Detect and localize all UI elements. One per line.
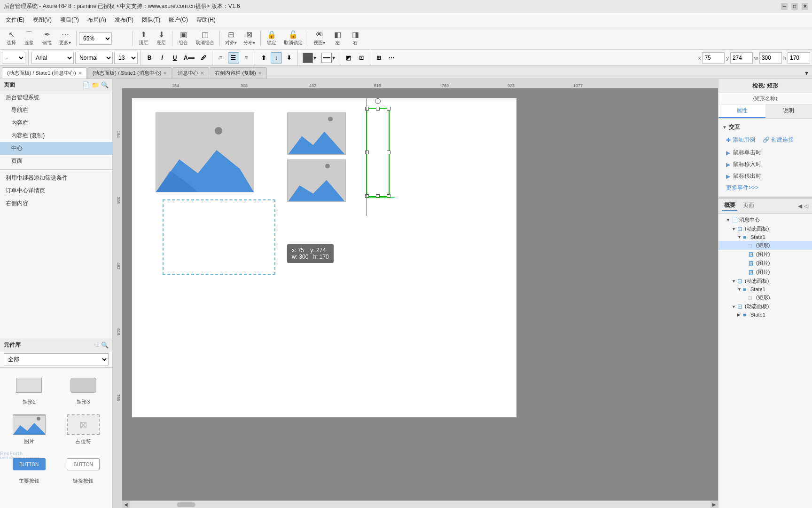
tree-state-1[interactable]: ▼ ■ State1 [718,286,812,293]
page-item-content[interactable]: 内容栏 [0,117,112,129]
menu-layout[interactable]: 布局(A) [84,14,110,26]
component-menu-icon[interactable]: ≡ [95,341,99,349]
tab-3[interactable]: 右侧内容栏 (复制) ✕ [210,67,266,79]
rotate-handle[interactable] [375,98,381,104]
shadow-button[interactable]: ◩ [343,52,354,64]
line-color-button[interactable]: ▾ [320,51,337,64]
connect-tool[interactable]: ⌒ 连接 [21,30,38,48]
component-image[interactable]: 图片 [4,411,55,447]
font-size-dropdown[interactable]: 13 [114,52,138,64]
tree-panel-1[interactable]: ▼ ⊡ (动态面板) [718,277,812,286]
more-events-button[interactable]: 更多事件>>> [722,182,808,194]
page-item-page[interactable]: 页面 [0,155,112,167]
tree-panel-0[interactable]: ▼ ⊡ (动态面板) [718,224,812,233]
tree-rect-1[interactable]: ▶ □ (矩形) [718,293,812,302]
page-item-center[interactable]: 中心 [0,142,112,155]
select-tool[interactable]: ↖ 选择 [3,30,20,48]
menu-help[interactable]: 帮助(H) [193,14,219,26]
overview-tab-page[interactable]: 页面 [741,200,756,211]
dashed-selection-rect[interactable] [163,199,275,275]
page-item-content-copy[interactable]: 内容栏 (复制) [0,129,112,142]
handle-bl[interactable] [365,194,369,198]
page-folder-icon[interactable]: 📁 [92,81,99,88]
tree-arrow-state-0[interactable]: ▼ [737,235,743,239]
right-button[interactable]: ◨ 右 [347,30,364,48]
align-left-button[interactable]: ≡ [215,52,226,64]
corner-button[interactable]: ⊡ [356,52,367,64]
handle-bm[interactable] [376,194,380,198]
tab-0[interactable]: (动态面板) / State1 (消息中心) ✕ [2,67,87,79]
tree-img-0[interactable]: ▶ 🖼 (图片) [718,250,812,259]
component-rect2[interactable]: 矩形2 [4,372,55,407]
tree-state-0[interactable]: ▼ ■ State1 [718,233,812,241]
small-image-2[interactable] [287,159,346,202]
tree-page-root[interactable]: ▼ 📄 消息中心 [718,215,812,224]
arrange-button[interactable]: ⊞ [373,52,384,64]
tab-3-close[interactable]: ✕ [258,71,262,76]
scroll-right-button[interactable]: ▶ [710,501,718,508]
font-color-button[interactable]: A [182,52,196,64]
component-btn-primary[interactable]: BUTTON 主要按钮 RecForth UHD Screen Recorder [4,451,55,486]
handle-tr[interactable] [387,107,390,111]
valign-bot-button[interactable]: ⬇ [283,52,295,64]
overview-collapse-icon[interactable]: ◀ [798,203,802,209]
menu-view[interactable]: 视图(V) [29,14,55,26]
y-input[interactable] [730,52,753,64]
menu-file[interactable]: 文件(E) [2,14,28,26]
more-tool[interactable]: ⋯ 更多▾ [56,30,74,48]
tab-description[interactable]: 说明 [765,104,812,118]
tab-0-close[interactable]: ✕ [78,71,82,76]
event-hover[interactable]: ▶ 鼠标移入时 [722,159,808,170]
large-image-widget[interactable] [156,112,254,192]
page-hint-0[interactable]: 利用中继器添加筛选条件 [0,172,112,184]
component-btn-outline[interactable]: BUTTON 链接按钮 [58,451,109,486]
handle-mr[interactable] [387,151,390,154]
h-input[interactable] [788,52,810,64]
small-image-1[interactable] [287,112,346,155]
add-use-case-button[interactable]: ✚ 添加用例 [722,134,759,146]
handle-tl[interactable] [365,107,369,111]
valign-mid-button[interactable]: ↕ [271,52,282,64]
align-center-button[interactable]: ☰ [228,52,239,64]
zoom-select[interactable]: 65% 100% 150% [79,32,112,45]
minimize-button[interactable]: ─ [781,3,788,10]
menu-publish[interactable]: 发布(P) [111,14,137,26]
tab-2[interactable]: 消息中心 ✕ [172,67,209,79]
tab-2-close[interactable]: ✕ [200,71,204,76]
page-hint-1[interactable]: 订单中心详情页 [0,184,112,197]
event-out[interactable]: ▶ 鼠标移出时 [722,170,808,182]
tree-arrow-panel-2[interactable]: ▼ [732,304,737,309]
component-category-select[interactable]: 全部 [4,353,109,365]
w-input[interactable] [759,52,782,64]
component-placeholder[interactable]: ⊠ 占位符 [58,411,109,447]
canvas-content[interactable]: x: 75 y: 274 w: 300 h: 170 [122,88,718,499]
align-button[interactable]: ⊟ 对齐▾ [222,30,240,48]
font-style-dropdown[interactable]: Normal [75,52,113,64]
valign-top-button[interactable]: ⬆ [258,52,269,64]
interaction-header[interactable]: ▼ 交互 [722,121,808,133]
component-search-icon[interactable]: 🔍 [101,341,109,349]
tree-panel-2[interactable]: ▼ ⊡ (动态面板) [718,302,812,311]
tree-arrow-state-1[interactable]: ▼ [737,287,743,292]
scrollbar-h-track[interactable] [130,501,710,508]
page-add-icon[interactable]: 📄 [82,81,90,88]
fill-color-button[interactable]: ▾ [301,51,318,64]
close-button[interactable]: ✕ [802,3,808,10]
create-link-button[interactable]: 🔗 创建连接 [763,136,794,144]
menu-team[interactable]: 团队(T) [138,14,164,26]
page-item-root[interactable]: 后台管理系统 [0,91,112,104]
tree-arrow-panel-0[interactable]: ▼ [732,227,737,231]
tab-1-close[interactable]: ✕ [163,71,167,76]
handle-br[interactable] [387,194,390,198]
menu-project[interactable]: 项目(P) [56,14,83,26]
underline-button[interactable]: U [169,52,180,64]
bold-button[interactable]: B [144,52,155,64]
align-right-button[interactable]: ≡ [241,52,252,64]
tree-arrow-state-2[interactable]: ▶ [737,312,743,317]
tree-rect-0[interactable]: ▶ □ (矩形) [718,241,812,250]
page-hint-2[interactable]: 右侧内容 [0,197,112,210]
view-button[interactable]: 👁 视图▾ [311,30,328,48]
maximize-button[interactable]: □ [791,3,798,10]
font-dropdown[interactable]: Arial [31,52,74,64]
italic-button[interactable]: I [156,52,168,64]
